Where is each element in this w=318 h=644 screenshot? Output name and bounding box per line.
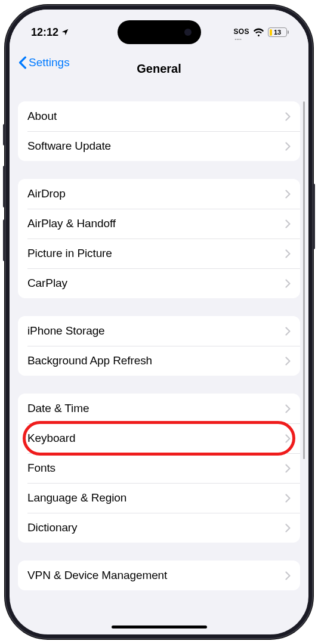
volume-down-button <box>3 219 5 261</box>
settings-group: VPN & Device Management <box>18 561 300 590</box>
chevron-right-icon <box>285 249 291 258</box>
screen: 12:12 SOS •••• 13 <box>10 10 308 634</box>
settings-group: AboutSoftware Update <box>18 101 300 161</box>
row-date-time[interactable]: Date & Time <box>18 394 300 423</box>
row-label: AirPlay & Handoff <box>27 217 116 230</box>
row-label: Background App Refresh <box>27 354 152 367</box>
row-software-update[interactable]: Software Update <box>18 131 300 161</box>
row-label: Fonts <box>27 462 55 475</box>
row-label: Keyboard <box>27 432 76 445</box>
row-background-app-refresh[interactable]: Background App Refresh <box>18 346 300 376</box>
back-button[interactable]: Settings <box>18 56 70 69</box>
row-label: iPhone Storage <box>27 324 105 338</box>
settings-group: iPhone StorageBackground App Refresh <box>18 316 300 376</box>
chevron-right-icon <box>285 279 291 288</box>
volume-up-button <box>3 166 5 208</box>
row-label: Dictionary <box>27 521 77 534</box>
chevron-right-icon <box>285 434 291 443</box>
scroll-area[interactable]: AboutSoftware UpdateAirDropAirPlay & Han… <box>10 86 308 634</box>
chevron-right-icon <box>285 357 291 366</box>
chevron-right-icon <box>285 571 291 580</box>
power-button <box>313 184 315 249</box>
row-label: CarPlay <box>27 277 67 290</box>
row-label: Date & Time <box>27 402 89 415</box>
dynamic-island <box>118 20 201 44</box>
row-label: Picture in Picture <box>27 247 112 260</box>
sos-label: SOS <box>233 27 249 36</box>
chevron-right-icon <box>285 112 291 121</box>
chevron-right-icon <box>285 464 291 473</box>
chevron-right-icon <box>285 404 291 413</box>
battery-icon: 13 <box>268 27 287 37</box>
row-iphone-storage[interactable]: iPhone Storage <box>18 316 300 346</box>
chevron-right-icon <box>285 524 291 532</box>
row-fonts[interactable]: Fonts <box>18 453 300 483</box>
battery-level: 13 <box>268 29 286 36</box>
row-picture-in-picture[interactable]: Picture in Picture <box>18 239 300 268</box>
scrollbar[interactable] <box>303 101 305 459</box>
row-about[interactable]: About <box>18 101 300 131</box>
row-label: About <box>27 110 57 123</box>
status-time: 12:12 <box>31 26 58 39</box>
row-carplay[interactable]: CarPlay <box>18 268 300 298</box>
settings-group: Date & TimeKeyboardFontsLanguage & Regio… <box>18 394 300 543</box>
row-keyboard[interactable]: Keyboard <box>18 423 300 453</box>
row-airplay-handoff[interactable]: AirPlay & Handoff <box>18 209 300 239</box>
row-label: Language & Region <box>27 491 126 504</box>
settings-group: AirDropAirPlay & HandoffPicture in Pictu… <box>18 179 300 298</box>
page-title: General <box>137 62 181 76</box>
row-label: AirDrop <box>27 187 66 200</box>
mute-switch <box>3 124 5 145</box>
wifi-icon <box>253 28 264 36</box>
row-vpn-device-management[interactable]: VPN & Device Management <box>18 561 300 590</box>
location-icon <box>61 28 69 36</box>
back-label: Settings <box>29 56 70 69</box>
phone-frame: 12:12 SOS •••• 13 <box>5 5 313 639</box>
row-airdrop[interactable]: AirDrop <box>18 179 300 209</box>
list-container: AboutSoftware UpdateAirDropAirPlay & Han… <box>10 101 308 590</box>
row-language-region[interactable]: Language & Region <box>18 483 300 513</box>
chevron-right-icon <box>285 494 291 503</box>
row-label: Software Update <box>27 140 111 153</box>
chevron-right-icon <box>285 142 291 151</box>
chevron-right-icon <box>285 219 291 228</box>
row-dictionary[interactable]: Dictionary <box>18 513 300 543</box>
row-label: VPN & Device Management <box>27 569 167 582</box>
chevron-right-icon <box>285 327 291 336</box>
sos-dots: •••• <box>234 37 242 41</box>
chevron-right-icon <box>285 190 291 199</box>
home-indicator[interactable] <box>112 626 207 628</box>
